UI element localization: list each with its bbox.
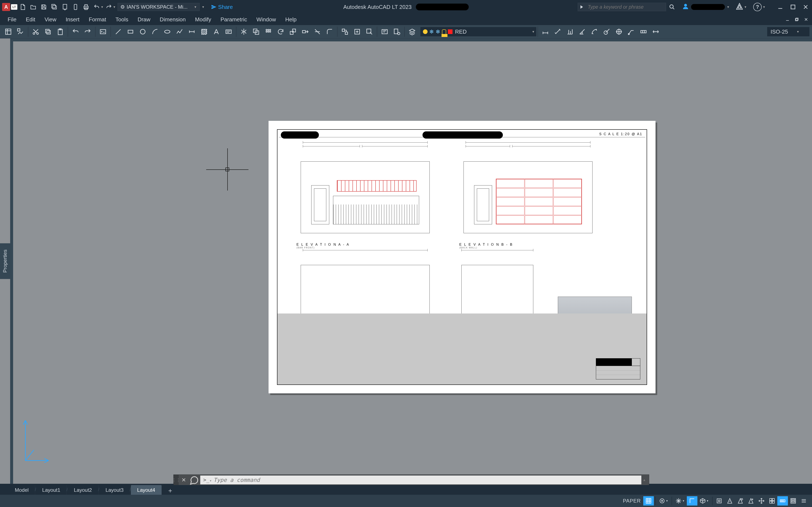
menu-insert[interactable]: Insert (61, 16, 84, 23)
annotation-visibility-icon[interactable] (735, 496, 746, 506)
line-icon[interactable] (112, 25, 124, 38)
trim-icon[interactable] (311, 25, 323, 38)
tab-layout4[interactable]: Layout4 (131, 485, 162, 495)
paste-icon[interactable] (54, 25, 66, 38)
mirror-icon[interactable] (238, 25, 250, 38)
menu-format[interactable]: Format (84, 16, 111, 23)
osnap-toggle[interactable] (714, 496, 724, 506)
text-icon[interactable] (210, 25, 222, 38)
isodraft-toggle[interactable]: ▼ (697, 496, 711, 506)
arc-icon[interactable] (149, 25, 161, 38)
command-customize-icon[interactable] (189, 474, 199, 486)
command-history-icon[interactable]: ▲ (643, 478, 649, 482)
space-indicator[interactable]: PAPER (623, 498, 641, 504)
qat-customize-icon[interactable]: ▼ (202, 5, 205, 9)
undo-icon[interactable] (91, 2, 102, 12)
redo-tool-icon[interactable] (82, 25, 94, 38)
doc-restore-button[interactable] (792, 15, 801, 24)
redo-icon[interactable] (104, 2, 114, 12)
autodesk-app-icon[interactable] (736, 3, 743, 11)
saveas-mobile-icon[interactable] (70, 2, 81, 12)
ortho-toggle[interactable] (687, 496, 697, 506)
menu-edit[interactable]: Edit (21, 16, 40, 23)
layer-properties-icon[interactable] (406, 25, 418, 38)
layer-dropdown-icon[interactable]: ▼ (530, 27, 536, 36)
doc-minimize-button[interactable] (783, 15, 792, 24)
tab-model[interactable]: Model (8, 485, 35, 495)
properties-palette-tab[interactable]: Properties (0, 243, 10, 279)
dim-aligned-icon[interactable] (552, 25, 564, 38)
tab-layout1[interactable]: Layout1 (36, 485, 67, 495)
dim-quick-icon[interactable] (650, 25, 662, 38)
drawing-area[interactable]: Properties S C A L E 1:20 @ A1 (0, 39, 812, 484)
grid-toggle[interactable] (643, 496, 654, 506)
menu-dimension[interactable]: Dimension (155, 16, 190, 23)
close-button[interactable] (799, 0, 812, 14)
menu-draw[interactable]: Draw (133, 16, 155, 23)
command-grip-icon[interactable]: ⋮⋮ (173, 474, 179, 486)
copy-icon[interactable] (42, 25, 54, 38)
command-window-icon[interactable] (97, 25, 109, 38)
block-insert-icon[interactable] (351, 25, 363, 38)
maximize-button[interactable] (786, 0, 799, 14)
tab-layout2[interactable]: Layout2 (67, 485, 98, 495)
scale-icon[interactable] (287, 25, 299, 38)
tab-layout3[interactable]: Layout3 (99, 485, 130, 495)
menu-modify[interactable]: Modify (190, 16, 216, 23)
saveas-web-icon[interactable] (60, 2, 70, 12)
ellipse-icon[interactable] (161, 25, 173, 38)
dim-tolerance-icon[interactable] (637, 25, 650, 38)
block-edit-icon[interactable] (363, 25, 375, 38)
annotation-scale-icon[interactable] (724, 496, 735, 506)
rectangle-icon[interactable] (124, 25, 137, 38)
stretch-icon[interactable] (299, 25, 311, 38)
circle-icon[interactable] (137, 25, 149, 38)
new-icon[interactable] (17, 2, 28, 12)
dim-ordinate-icon[interactable] (564, 25, 576, 38)
layout-sheet[interactable]: S C A L E 1:20 @ A1 E L E V A T I O N A … (268, 121, 656, 393)
infocenter-search[interactable] (578, 3, 666, 11)
minimize-button[interactable] (774, 0, 786, 14)
mtext-icon[interactable] (222, 25, 235, 38)
menu-help[interactable]: Help (281, 16, 301, 23)
command-input[interactable] (214, 477, 639, 483)
redo-dropdown-icon[interactable]: ▼ (113, 5, 116, 9)
dim-arc-icon[interactable] (588, 25, 601, 38)
hatch-icon[interactable] (198, 25, 210, 38)
user-account[interactable]: ▼ (682, 3, 729, 11)
add-layout-button[interactable]: ＋ (166, 486, 174, 495)
xref-attach-icon[interactable] (391, 25, 403, 38)
undo-tool-icon[interactable] (69, 25, 82, 38)
match-properties-icon[interactable] (14, 25, 27, 38)
save-all-icon[interactable] (49, 2, 60, 12)
save-icon[interactable] (39, 2, 49, 12)
workspace-switcher[interactable]: ⚙ IAN'S WORKSPACE - Mi... ▼ (117, 3, 200, 11)
dim-linear-icon[interactable] (539, 25, 552, 38)
dim-radius-icon[interactable] (601, 25, 613, 38)
search-input[interactable] (586, 4, 666, 10)
menu-file[interactable]: File (3, 16, 21, 23)
array-icon[interactable] (262, 25, 274, 38)
snap-mode-toggle[interactable]: ▼ (657, 496, 670, 506)
command-close-icon[interactable]: ✕ (179, 474, 189, 486)
chevron-down-icon[interactable]: ▼ (763, 5, 765, 9)
chevron-down-icon[interactable]: ▼ (744, 5, 747, 9)
block-create-icon[interactable] (339, 25, 351, 38)
offset-icon[interactable] (250, 25, 262, 38)
doc-close-button[interactable] (801, 15, 811, 24)
plot-icon[interactable] (81, 2, 91, 12)
dim-center-icon[interactable] (613, 25, 625, 38)
polyline-icon[interactable] (173, 25, 186, 38)
dim-angular-icon[interactable] (576, 25, 588, 38)
polar-tracking-toggle[interactable]: ▼ (673, 496, 687, 506)
quick-properties-icon[interactable] (788, 496, 799, 506)
dim-leader-icon[interactable] (625, 25, 637, 38)
command-line[interactable]: ⋮⋮ ✕ >_▼ ▲ (173, 474, 649, 486)
units-icon[interactable] (777, 496, 788, 506)
customization-icon[interactable] (799, 496, 809, 506)
dimension-icon[interactable] (186, 25, 198, 38)
rotate-icon[interactable] (274, 25, 287, 38)
share-button[interactable]: Share (211, 4, 233, 10)
help-icon[interactable]: ? (753, 3, 762, 11)
fillet-icon[interactable] (323, 25, 336, 38)
